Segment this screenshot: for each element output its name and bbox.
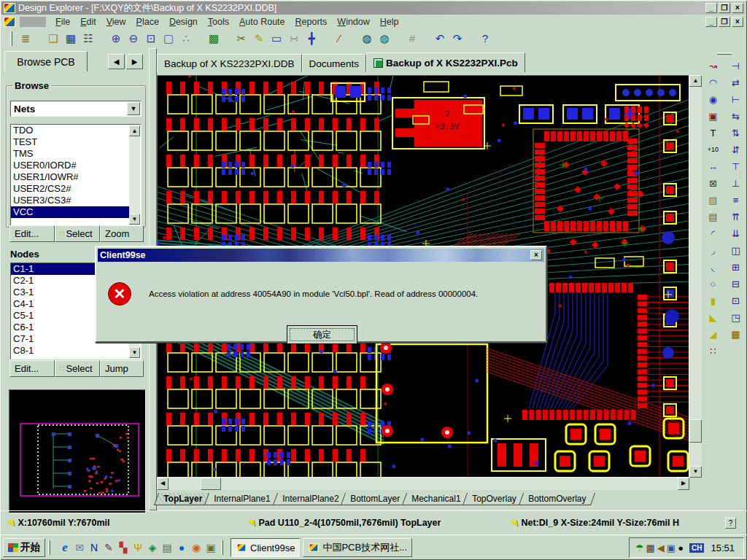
menu-place[interactable]: Place — [131, 16, 164, 28]
grid-toggle-icon[interactable]: # — [403, 30, 421, 46]
net-item[interactable]: USER3/CS3# — [11, 195, 129, 206]
layer-tab-internalplane1[interactable]: InternalPlane1 — [204, 493, 280, 505]
panel-scroll-right-button[interactable]: ▶ — [126, 54, 143, 69]
room-icon[interactable]: ⊠ — [705, 176, 721, 190]
nodes-edit-button[interactable]: Edit... — [9, 360, 55, 377]
outlook-icon[interactable]: ✉ — [72, 540, 87, 556]
child-close-button[interactable]: × — [732, 17, 743, 27]
restore-button[interactable]: ❐ — [719, 3, 730, 13]
shuffle-horizontal-icon[interactable]: ⇆ — [728, 109, 744, 122]
layer-tab-bottomlayer[interactable]: BottomLayer — [341, 493, 409, 505]
move-to-grid-icon[interactable]: ⊟ — [728, 277, 744, 290]
child-restore-button[interactable]: ❐ — [719, 17, 730, 27]
net-item[interactable]: TMS — [11, 148, 129, 160]
pad-array-icon[interactable]: ∷ — [705, 344, 721, 357]
menu-edit[interactable]: Edit — [75, 16, 101, 28]
toolbar-grab-handle[interactable] — [717, 52, 732, 55]
journal-icon[interactable]: ✎ — [101, 540, 116, 556]
messenger-icon[interactable]: ● — [174, 540, 189, 556]
polygon-plane-icon[interactable]: ◣ — [705, 311, 721, 324]
nets-list-scrollbar[interactable]: ▲ ▼ — [129, 125, 140, 225]
deselect-icon[interactable]: ∺ — [285, 31, 303, 47]
anchor-tool-icon[interactable]: Ψ — [131, 540, 145, 556]
scroll-down-icon[interactable]: ▼ — [689, 466, 702, 478]
display-settings-icon[interactable]: ▦ — [646, 542, 655, 553]
canvas-vertical-scrollbar[interactable]: ▲ ▼ — [689, 75, 702, 478]
space-vertical-icon[interactable]: ⇅ — [728, 126, 744, 139]
layer-tab-toplayer[interactable]: TopLayer — [154, 493, 212, 505]
nets-select-button[interactable]: ∷Select — [55, 225, 100, 242]
tab-browse-pcb[interactable]: Browse PCB — [4, 51, 88, 71]
netscape-icon[interactable]: N — [87, 540, 101, 556]
task-button-client99se[interactable]: Client99se — [231, 538, 300, 557]
layer-tab-bottomoverlay[interactable]: BottomOverlay — [519, 493, 596, 505]
menu-view[interactable]: View — [101, 16, 131, 28]
arc-3point-icon[interactable]: ◞ — [705, 244, 721, 257]
browse-mode-combobox[interactable]: Nets ▼ — [10, 101, 142, 117]
net-item[interactable]: USER1/IOWR# — [11, 171, 129, 183]
full-circle-icon[interactable]: ○ — [705, 277, 721, 290]
qq-messenger-icon[interactable]: ● — [678, 542, 684, 553]
shuffle-vertical-icon[interactable]: ⇵ — [728, 143, 744, 156]
vertical-scroll-thumb[interactable] — [689, 419, 702, 443]
menu-tools[interactable]: Tools — [203, 16, 234, 28]
zoom-point-icon[interactable]: ∴ — [177, 31, 195, 47]
media-player-icon[interactable]: ◉ — [189, 540, 204, 556]
component-icon[interactable]: ▤ — [705, 210, 721, 223]
space-horizontal-icon[interactable]: ⇄ — [728, 76, 744, 89]
select-area-icon[interactable]: ▭ — [268, 31, 285, 47]
error-dialog-title-bar[interactable]: Client99se × — [98, 249, 544, 262]
placement-wizard-icon[interactable]: ▦ — [728, 327, 744, 341]
document-tab-backup-of-x-ks2232pxi-ddb[interactable]: Backup of X KS2232PXI.DDB — [157, 54, 302, 72]
close-button[interactable]: × — [732, 3, 743, 13]
scroll-left-icon[interactable]: ◀ — [157, 478, 169, 490]
move-object-icon[interactable]: ╋ — [303, 31, 320, 47]
volume-icon[interactable]: ◀ — [657, 542, 665, 553]
network-icon[interactable]: ▣ — [667, 542, 676, 553]
string-text-icon[interactable]: T — [705, 126, 721, 139]
coordinate-icon[interactable]: +10 — [705, 143, 721, 156]
menu-design[interactable]: Design — [164, 16, 203, 28]
scroll-up-icon[interactable]: ▲ — [129, 125, 140, 136]
horizontal-scroll-thumb[interactable] — [201, 478, 221, 490]
arrange-outside-icon[interactable]: ⊞ — [728, 260, 744, 273]
panel-scroll-left-button[interactable]: ◀ — [108, 54, 125, 69]
antivirus-umbrella-icon[interactable]: ☂ — [635, 542, 644, 553]
net-item[interactable]: USER0/IORD# — [11, 160, 129, 171]
document-tab-backup-of-x-ks2232pxi-pcb[interactable]: Backup of X KS2232PXI.Pcb — [366, 52, 525, 72]
align-to-grid-icon[interactable]: ◳ — [728, 311, 744, 324]
net-item[interactable]: VCC — [11, 206, 129, 218]
decrease-spacing-icon[interactable]: ⇊ — [728, 227, 744, 240]
arrange-components-icon[interactable]: ◫ — [728, 244, 744, 257]
pad-icon[interactable]: ▣ — [705, 109, 721, 122]
toolbar-grab-handle[interactable] — [10, 31, 12, 46]
input-language-indicator[interactable]: CH — [689, 543, 704, 553]
paint-icon[interactable]: ▚ — [116, 540, 131, 556]
minimize-button[interactable]: _ — [705, 3, 717, 13]
net-item[interactable]: TEST — [11, 136, 129, 148]
start-button[interactable]: 开始 — [3, 538, 45, 557]
arc-edge-icon[interactable]: ◠ — [705, 76, 721, 89]
align-left-icon[interactable]: ⊣ — [728, 59, 744, 72]
scroll-down-icon[interactable]: ▼ — [129, 347, 140, 358]
task-button--pcb-[interactable]: 中国PCB技术网社... — [303, 538, 412, 557]
world-icon[interactable]: ◈ — [145, 540, 160, 556]
undo-icon[interactable]: ↶ — [431, 31, 449, 47]
arrange-within-icon[interactable]: ⊡ — [728, 294, 744, 307]
nets-zoom-button[interactable]: Zoom — [100, 225, 144, 242]
zoom-document-icon[interactable]: ⊡ — [142, 31, 160, 47]
redo-icon[interactable]: ↷ — [449, 31, 466, 47]
net-item[interactable]: TDO — [11, 125, 129, 136]
arc-any-angle-icon[interactable]: ◟ — [705, 260, 721, 273]
board-preview-panel[interactable] — [9, 389, 146, 513]
help-icon[interactable]: ? — [476, 30, 494, 46]
center-vertical-icon[interactable]: ≡ — [728, 193, 744, 206]
align-bottom-icon[interactable]: ⊥ — [728, 176, 744, 190]
split-plane-icon[interactable]: ◢ — [705, 327, 721, 341]
wizard-pen-icon[interactable]: ∕ — [330, 30, 348, 46]
child-minimize-button[interactable]: _ — [705, 17, 717, 27]
menu-help[interactable]: Help — [375, 16, 404, 28]
nodes-select-button[interactable]: ∷Select — [55, 360, 100, 377]
canvas-horizontal-scrollbar[interactable]: ◀ ▶ — [157, 478, 689, 490]
board-view-icon[interactable]: ▩ — [205, 31, 222, 47]
